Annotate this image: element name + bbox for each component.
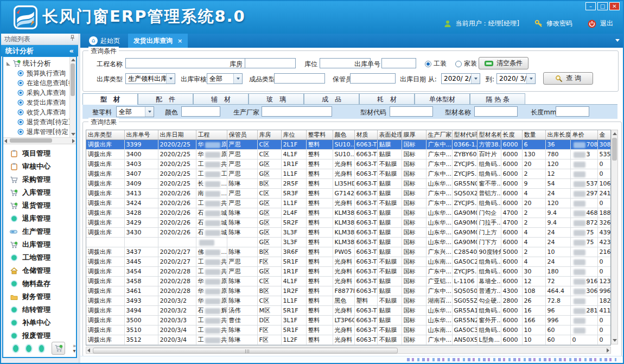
quick-dot-icon[interactable] [39, 345, 44, 352]
column-header[interactable]: 单价 [570, 130, 597, 140]
table-row[interactable]: G区3L3F整料KLM38176063-T5贴膜国标山东华...GA90M09.… [86, 238, 610, 247]
sidebar-item-生产管理[interactable]: 生产管理 [3, 225, 76, 238]
tree-vertical-scrollbar[interactable] [69, 57, 76, 137]
tab-home[interactable]: ⌂ 起始页 [84, 34, 125, 48]
material-tab[interactable]: 隔 热 条 [470, 93, 525, 104]
column-header[interactable]: 出库日期 [158, 130, 196, 140]
column-header[interactable]: 整零料 [306, 130, 333, 140]
sidebar-item-项目管理[interactable]: 项目管理 [3, 147, 76, 160]
sidebar-item-报废管理[interactable]: 报废管理 [3, 329, 76, 342]
tab-close-icon[interactable]: × [177, 37, 182, 44]
tree-item[interactable]: 采购入库查询 [17, 88, 76, 98]
sidebar-item-物料盘存[interactable]: 物料盘存 [3, 277, 76, 290]
material-tab[interactable]: 型 材 [82, 93, 138, 105]
minimize-button[interactable]: – [585, 2, 596, 10]
table-row[interactable]: 调拨出库34582020/2/28华原...陈琳C区4L1F整料光身料6063-… [86, 277, 610, 286]
column-header[interactable]: 长度 [501, 130, 522, 140]
section-header-statistics[interactable]: 统计分析 « [1, 45, 78, 56]
tree-item[interactable]: 收货入库查询 [17, 107, 76, 117]
column-header[interactable]: 膜厚 [402, 130, 426, 140]
table-row[interactable]: 调拨出库34302020/2/26石城陈琳G区3L3F整料KLM38176063… [86, 228, 610, 238]
color-input[interactable] [181, 106, 220, 117]
search-button[interactable]: 查 询 [543, 72, 593, 85]
sidebar-item-财务管理[interactable]: 财务管理 [3, 290, 76, 303]
tree-horizontal-scrollbar[interactable] [3, 138, 76, 144]
column-header[interactable]: 型材名称 [477, 130, 501, 140]
material-tab[interactable]: 成 品 [304, 93, 359, 104]
tab-shipping-outbound-query[interactable]: 发货出库查询 × [128, 34, 188, 48]
column-header[interactable]: 型材代码 [452, 130, 477, 140]
table-row[interactable]: 调拨出库34282020/2/26石城陈琳G区2L4F整料KLM38176063… [86, 208, 610, 218]
quick-dot-icon[interactable] [13, 345, 18, 352]
tree-item[interactable]: 预算执行查询 [17, 68, 76, 78]
column-header[interactable]: 表面处理 [377, 130, 402, 140]
table-row[interactable]: 调拨出库34132020/2/26南...严思C区5R3F整料G71422606… [86, 189, 610, 199]
table-row[interactable]: 调拨出库34002020/2/25华原...严思C区4L1F整料SU10...6… [86, 150, 610, 159]
column-header[interactable]: 生产厂家 [426, 130, 452, 140]
column-header[interactable]: 库位 [281, 130, 306, 140]
change-password-link[interactable]: 修改密码 [546, 19, 572, 28]
close-button[interactable]: ✕ [609, 2, 620, 10]
project-name-input[interactable] [125, 58, 247, 68]
table-row[interactable]: 调拨出库35122020/3/4工共工程陈琳F区1L2F整料光身料6063-T5… [86, 335, 610, 345]
sidebar-item-出库管理[interactable]: 出库管理 [3, 238, 76, 251]
tab-list-dropdown-icon[interactable] [615, 39, 620, 42]
manufacturer-input[interactable] [262, 106, 332, 117]
vertical-scrollbar[interactable] [611, 130, 618, 344]
profile-name-input[interactable] [474, 106, 518, 117]
table-row[interactable]: 调拨出库33992020/2/25华原...严思C区2L1F整料SU10...6… [86, 140, 610, 150]
tree-item[interactable]: 退货查询[待定] [17, 117, 76, 127]
table-row[interactable]: 调拨出库35002020/3/3工共工程曹佳D区3L1F整料LT3P606063… [86, 316, 610, 325]
sidebar-item-退货管理[interactable]: 退货管理 [3, 199, 76, 212]
table-row[interactable]: 调拨出库34372020/2/27佛...陈琳B区3R6F整料PW056063-… [86, 247, 610, 257]
column-header[interactable]: 库房 [257, 130, 281, 140]
table-row[interactable]: 调拨出库34942020/3/2石辉城汤伟M区5R1F整料光身料6063-T5贴… [86, 306, 610, 316]
pin-icon[interactable] [70, 34, 75, 44]
whole-part-select[interactable]: 全部 [116, 106, 154, 117]
collapse-icon[interactable]: « [69, 45, 74, 56]
table-row[interactable]: 调拨出库34452020/2/27工共工程严思F区5R1F整料光身料6063-T… [86, 257, 610, 267]
table-row[interactable]: 调拨出库34542020/2/28工共工程严思G区1R1F整料光身料6063-T… [86, 267, 610, 277]
material-tab[interactable]: 单体型材 [415, 93, 470, 104]
cart-shortcut-button[interactable] [52, 342, 65, 355]
date-from-select[interactable]: 2020/ 2/16 [441, 73, 480, 84]
audit-select[interactable]: 全部 [207, 73, 243, 84]
column-header[interactable]: 出库长度 [545, 130, 570, 140]
table-row[interactable]: 调拨出库34932020/3/2华原...陈琳C区1L1F整料黑色塑料不贴膜国标… [86, 296, 610, 306]
column-header[interactable]: 金 [597, 130, 610, 140]
sidebar-item-采购管理[interactable]: 采购管理 [3, 173, 76, 186]
table-row[interactable]: 调拨出库34092020/2/25长...陈琳B区2R5F整料LI35HD606… [86, 179, 610, 189]
column-header[interactable]: 颜色 [333, 130, 354, 140]
radio-workwear[interactable]: 工装 [425, 59, 447, 68]
table-row[interactable]: 调拨出库34242020/2/26工共工程严思G区1L1F整料光身料6063-T… [86, 199, 610, 208]
material-tab[interactable]: 耗 材 [359, 93, 415, 104]
quick-dot-icon[interactable] [26, 345, 31, 352]
table-row[interactable]: 调拨出库34072020/2/25工工程严思G区1L1F整料光身料6063-T5… [86, 169, 610, 179]
column-header[interactable]: 数量 [522, 130, 545, 140]
column-header[interactable]: 出库单号 [124, 130, 158, 140]
table-row[interactable]: 调拨出库34612020/2/28华原...陈琳B区1R2F整料F8877FT6… [86, 286, 610, 296]
table-row[interactable]: 调拨出库35102020/3/4工共工程陈琳F区5R1F整料光身料6063-T5… [86, 325, 610, 335]
expander-icon[interactable] [7, 62, 10, 66]
column-header[interactable]: 工程 [196, 130, 227, 140]
sidebar-item-工地管理[interactable]: 工地管理 [3, 251, 76, 264]
sidebar-item-结转管理[interactable]: 结转管理 [3, 303, 76, 316]
length-input[interactable] [556, 106, 589, 117]
radio-homewear[interactable]: 家装 [455, 59, 477, 68]
sidebar-item-退库管理[interactable]: 退库管理 [3, 212, 76, 225]
material-tab[interactable]: 配 件 [138, 93, 193, 104]
table-row[interactable]: 调拨出库34032020/2/25工共工程严思G区1R1F整料光身料6063-T… [86, 159, 610, 169]
profile-code-input[interactable] [390, 106, 433, 117]
material-tab[interactable]: 玻 璃 [249, 93, 304, 104]
date-to-select[interactable]: 2020/ 3/16 [496, 73, 536, 84]
warehouse-input[interactable] [245, 58, 296, 68]
column-header[interactable]: 材质 [354, 130, 377, 140]
column-header[interactable]: 保管员 [227, 130, 257, 140]
sidebar-item-仓储管理[interactable]: 仓储管理 [3, 264, 76, 277]
order-no-input[interactable] [381, 58, 416, 68]
out-type-select[interactable]: 生产领料出库 [125, 73, 175, 84]
product-type-input[interactable] [274, 73, 325, 84]
table-row[interactable]: 调拨出库34292020/2/26石城陈琳G区5R2F整料KLM38176063… [86, 218, 610, 228]
tree-item[interactable]: 退库管理[待定 [17, 127, 76, 137]
logout-button[interactable]: 退出 [600, 19, 613, 28]
